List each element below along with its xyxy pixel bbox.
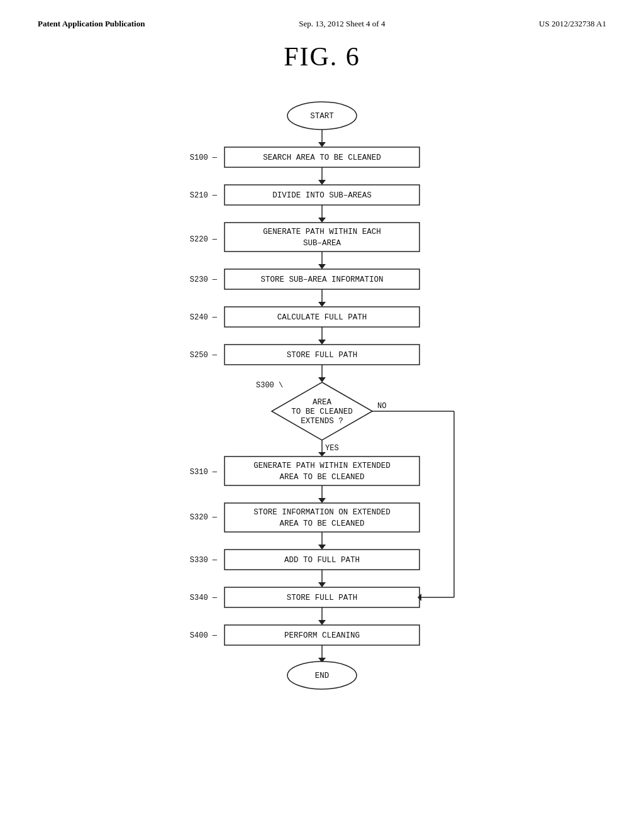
svg-text:S300 \: S300 \: [256, 381, 283, 390]
svg-marker-69: [318, 620, 326, 625]
figure-title: FIG. 6: [38, 42, 606, 72]
svg-text:S100 —: S100 —: [190, 153, 218, 162]
svg-text:S220 —: S220 —: [190, 235, 218, 244]
svg-text:ADD  TO  FULL  PATH: ADD TO FULL PATH: [284, 556, 360, 565]
flowchart-svg: .fc-text { font-family: 'Courier New', C…: [102, 91, 542, 782]
svg-marker-60: [318, 582, 326, 587]
svg-text:SEARCH  AREA  TO  BE  CLEANED: SEARCH AREA TO BE CLEANED: [263, 153, 381, 162]
svg-text:S400 —: S400 —: [190, 631, 218, 640]
svg-text:AREA: AREA: [313, 398, 332, 407]
svg-marker-29: [318, 340, 326, 345]
svg-text:SUB–AREA: SUB–AREA: [303, 239, 341, 248]
svg-marker-34: [318, 377, 326, 382]
svg-text:S250 —: S250 —: [190, 351, 218, 360]
svg-text:YES: YES: [325, 444, 339, 453]
svg-text:S210 —: S210 —: [190, 191, 218, 200]
svg-text:GENERATE  PATH  WITHIN  EXTEND: GENERATE PATH WITHIN EXTENDED: [253, 462, 391, 470]
svg-text:DIVIDE  INTO  SUB–AREAS: DIVIDE INTO SUB–AREAS: [272, 191, 372, 200]
svg-text:S240 —: S240 —: [190, 313, 218, 322]
svg-text:TO  BE  CLEANED: TO BE CLEANED: [291, 407, 353, 416]
svg-text:END: END: [315, 672, 330, 680]
svg-text:STORE  INFORMATION  ON  EXTEND: STORE INFORMATION ON EXTENDED: [253, 508, 391, 517]
svg-marker-43: [318, 452, 326, 456]
svg-text:S320 —: S320 —: [190, 513, 218, 522]
svg-text:AREA  TO  BE  CLEANED: AREA TO BE CLEANED: [279, 519, 364, 528]
svg-text:S230 —: S230 —: [190, 275, 218, 284]
page: Patent Application Publication Sep. 13, …: [0, 0, 644, 830]
svg-text:EXTENDS  ?: EXTENDS ?: [301, 417, 343, 426]
svg-text:STORE  FULL  PATH: STORE FULL PATH: [287, 351, 358, 360]
header-center: Sep. 13, 2012 Sheet 4 of 4: [299, 19, 385, 29]
svg-text:S330 —: S330 —: [190, 556, 218, 565]
svg-text:STORE  FULL  PATH: STORE FULL PATH: [287, 594, 358, 602]
svg-marker-8: [318, 180, 326, 185]
svg-text:S340 —: S340 —: [190, 594, 218, 602]
svg-text:GENERATE  PATH  WITHIN  EACH: GENERATE PATH WITHIN EACH: [263, 228, 381, 236]
svg-text:STORE  SUB–AREA  INFORMATION: STORE SUB–AREA INFORMATION: [260, 275, 383, 284]
svg-marker-19: [318, 264, 326, 269]
header: Patent Application Publication Sep. 13, …: [38, 19, 606, 29]
svg-text:NO: NO: [377, 402, 386, 411]
svg-text:S310 —: S310 —: [190, 468, 218, 477]
svg-marker-24: [318, 302, 326, 307]
svg-marker-3: [318, 142, 326, 147]
svg-marker-49: [318, 498, 326, 503]
svg-text:START: START: [310, 112, 334, 121]
svg-text:PERFORM  CLEANING: PERFORM CLEANING: [284, 631, 360, 640]
svg-text:CALCULATE  FULL  PATH: CALCULATE FULL PATH: [277, 313, 367, 322]
header-left: Patent Application Publication: [38, 19, 145, 29]
header-right: US 2012/232738 A1: [539, 19, 606, 29]
svg-marker-55: [318, 545, 326, 550]
svg-text:AREA  TO  BE  CLEANED: AREA TO BE CLEANED: [279, 473, 364, 482]
svg-marker-13: [318, 218, 326, 223]
